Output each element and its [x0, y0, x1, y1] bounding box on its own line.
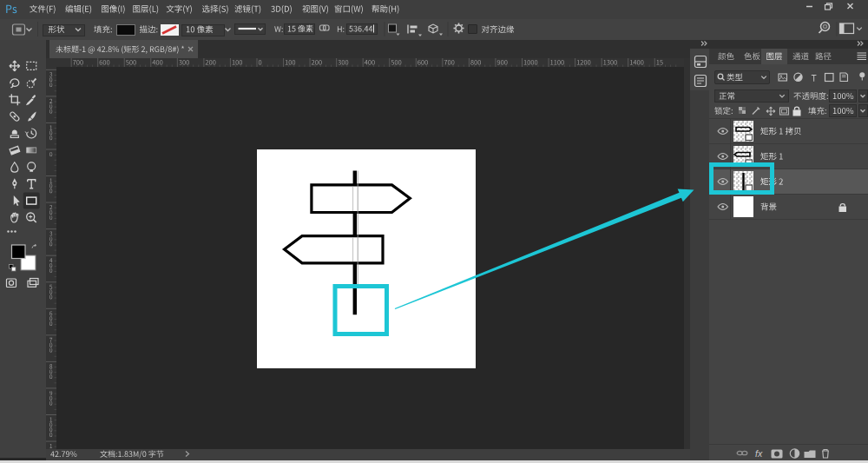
svg-text:fx: fx — [755, 448, 763, 459]
